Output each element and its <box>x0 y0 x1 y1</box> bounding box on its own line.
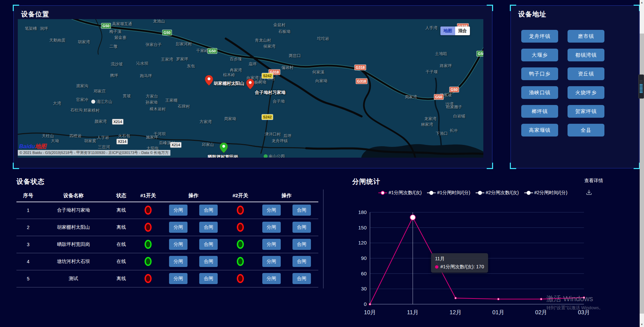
map-place-label: 东包 <box>187 63 195 69</box>
tooltip-title: 11月 <box>435 256 484 262</box>
legend-label: #1分闸次数/(次) <box>388 190 422 196</box>
table-cell: 分闸合闸 <box>255 222 318 233</box>
trip-button[interactable]: 分闸 <box>262 222 281 233</box>
address-panel-title: 设备地址 <box>518 10 546 19</box>
address-button-9[interactable]: 榔坪镇 <box>521 105 558 118</box>
address-button-11[interactable]: 高家堰镇 <box>521 124 558 137</box>
trip-button[interactable]: 分闸 <box>169 256 187 267</box>
switch1-indicator-green <box>145 240 152 249</box>
map-place-label: 白岩铺 <box>453 113 465 119</box>
table-scrollbar[interactable] <box>323 189 324 288</box>
address-button-4[interactable]: 都镇湾镇 <box>568 49 604 61</box>
trip-button[interactable]: 分闸 <box>262 239 281 250</box>
map-place-label: 下渔口 <box>436 131 448 137</box>
road-badge-X214: X214 <box>170 142 181 148</box>
corner-decoration <box>634 5 640 11</box>
trip-button[interactable]: 分闸 <box>169 239 187 250</box>
map-type-map-button[interactable]: 地图 <box>440 26 455 35</box>
table-cell: 5 <box>16 276 40 281</box>
table-row: 5测试离线分闸合闸分闸合闸 <box>16 270 318 287</box>
table-cell: 分闸合闸 <box>161 256 226 267</box>
address-button-6[interactable]: 资丘镇 <box>568 67 604 80</box>
map-place-label: 胡家窝 <box>84 138 96 144</box>
map-pin-icon[interactable] <box>220 143 228 153</box>
map-place-label: 百步垭 <box>230 56 242 62</box>
trip-button[interactable]: 分闸 <box>169 273 187 284</box>
close-button[interactable]: 合闸 <box>292 222 311 233</box>
map-place-label: 王家湾 <box>161 57 173 62</box>
close-button[interactable]: 合闸 <box>199 205 218 216</box>
trip-button[interactable]: 分闸 <box>262 205 281 216</box>
table-cell: 分闸合闸 <box>255 239 318 250</box>
map-pin-icon[interactable] <box>246 79 254 90</box>
address-button-7[interactable]: 渔峡口镇 <box>521 86 558 99</box>
scrollbar-down-arrow[interactable]: ▼ <box>640 322 644 327</box>
table-cell <box>226 240 255 249</box>
road-badge-S242: S242 <box>262 114 273 120</box>
page-scrollbar[interactable] <box>640 0 644 327</box>
legend-item[interactable]: #1分闸次数/(次) <box>378 190 422 196</box>
close-button[interactable]: 合闸 <box>292 273 311 284</box>
address-button-5[interactable]: 鸭子口乡 <box>521 67 558 80</box>
map-place-label: 三岔河 <box>98 144 110 150</box>
legend-label: #1分闸时间/(分) <box>437 190 470 196</box>
map-place-label: 渡家沟 <box>76 83 88 89</box>
docked-tool-widget[interactable] <box>638 74 644 99</box>
switch2-indicator-red <box>237 223 244 232</box>
switch2-indicator-green <box>237 257 244 266</box>
table-header-cell: #1开关 <box>136 193 161 199</box>
map-place-label: 跑马坪 <box>140 73 152 79</box>
close-button[interactable]: 合闸 <box>199 222 218 233</box>
map-place-label: 罗家坪 <box>176 56 188 62</box>
trip-button[interactable]: 分闸 <box>169 222 187 233</box>
map-place-label: 金盆村 <box>273 22 285 28</box>
road-badge-G318: G318 <box>356 78 368 84</box>
close-button[interactable]: 合闸 <box>199 273 218 284</box>
legend-item[interactable]: #2分闸时间/(分) <box>524 190 568 196</box>
road-badge-G318: G318 <box>355 65 366 70</box>
device-location-panel: 设备位置 笔架槽洞坪天鹅抱蛋胡家湾高家堰互通梅子溪紫金寨二墩龙池山流沙坡沁水坝腾… <box>13 5 492 168</box>
view-details-link[interactable]: 查看详情 <box>584 178 603 184</box>
close-button[interactable]: 合闸 <box>292 256 311 267</box>
map-place-label: 人字岩 <box>97 135 109 141</box>
device-name-cell: 胡家棚村太阳山 <box>40 224 107 230</box>
close-button[interactable]: 合闸 <box>292 205 311 216</box>
map-pin-label: 晒鼓坪村荒田岗 <box>208 154 238 158</box>
address-button-8[interactable]: 火烧坪乡 <box>568 86 604 99</box>
map-type-hybrid-button[interactable]: 混合 <box>455 26 470 35</box>
baidu-map[interactable]: 笔架槽洞坪天鹅抱蛋胡家湾高家堰互通梅子溪紫金寨二墩龙池山流沙坡沁水坝腾坪跑马坪渡… <box>18 19 483 158</box>
map-place-label: 四橙岩 <box>69 133 82 139</box>
svg-text:11月: 11月 <box>407 309 419 316</box>
scrollbar-up-arrow[interactable]: ▲ <box>640 0 644 5</box>
map-place-label: 王家棚 <box>165 98 177 103</box>
map-place-label: 何家溪 <box>312 69 324 75</box>
close-button[interactable]: 合闸 <box>199 239 218 250</box>
map-place-label: 合子坳 <box>273 99 285 104</box>
legend-marker-icon <box>378 191 387 195</box>
table-header-cell: 操作 <box>255 193 318 199</box>
legend-marker-icon <box>476 191 484 195</box>
address-button-3[interactable]: 大堰乡 <box>521 49 558 61</box>
close-button[interactable]: 合闸 <box>292 239 311 250</box>
address-button-2[interactable]: 磨市镇 <box>568 30 604 43</box>
close-button[interactable]: 合闸 <box>199 256 218 267</box>
address-button-1[interactable]: 龙舟坪镇 <box>521 30 558 43</box>
trip-button[interactable]: 分闸 <box>169 205 187 216</box>
table-cell: 分闸合闸 <box>255 273 318 284</box>
map-pin-icon[interactable] <box>205 75 213 86</box>
map-place-label: 土地咀 <box>435 51 447 57</box>
trip-button[interactable]: 分闸 <box>262 256 281 267</box>
table-cell <box>226 206 255 215</box>
park-icon <box>264 154 268 158</box>
address-button-10[interactable]: 贺家坪镇 <box>568 105 604 118</box>
map-type-control[interactable]: 地图 混合 <box>440 26 470 35</box>
table-cell: 分闸合闸 <box>161 222 226 233</box>
address-button-12[interactable]: 全县 <box>568 124 604 137</box>
map-place-label: 梅子溪 <box>109 29 121 35</box>
svg-text:12月: 12月 <box>449 309 462 316</box>
map-place-label: 林家湾 <box>421 122 433 127</box>
legend-item[interactable]: #2分闸次数/(次) <box>476 190 519 196</box>
legend-item[interactable]: #1分闸时间/(分) <box>427 190 470 196</box>
scenic-icon <box>91 100 95 104</box>
trip-button[interactable]: 分闸 <box>262 273 281 284</box>
